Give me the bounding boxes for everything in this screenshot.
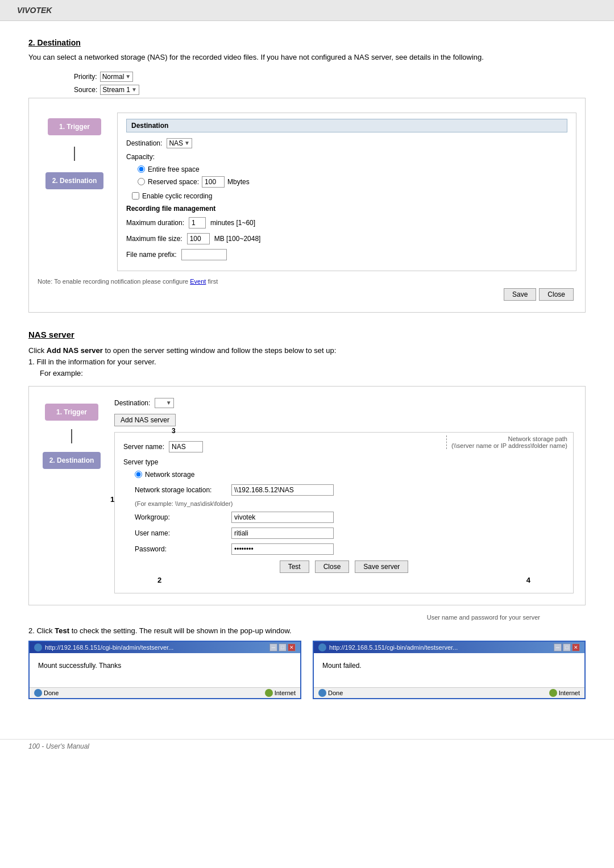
section1-title: 2. Destination — [28, 38, 586, 47]
capacity-label: Capacity: — [126, 153, 155, 161]
popup-windows: http://192.168.5.151/cgi-bin/admin/tests… — [28, 641, 586, 699]
popup-success-statusbar: Done Internet — [30, 687, 300, 698]
footer: 100 - User's Manual — [0, 739, 614, 753]
source-label: Source: — [74, 86, 97, 94]
priority-arrow-icon: ▼ — [125, 73, 131, 80]
capacity-radio-group: Entire free space Reserved space: Mbytes — [138, 165, 567, 188]
popup-success-titlebar: http://192.168.5.151/cgi-bin/admin/tests… — [30, 642, 300, 653]
ns-location-label: Network storage location: — [135, 486, 226, 494]
ie-icon-fail — [318, 643, 326, 651]
ie-icon-status-success — [34, 689, 42, 697]
nas-dest-row: Destination: ▼ — [114, 398, 574, 408]
popup-success-message: Mount successfully. Thanks — [38, 662, 121, 670]
max-duration-input[interactable] — [189, 217, 206, 229]
test-button[interactable]: Test — [280, 560, 309, 573]
file-prefix-row: File name prefix: — [126, 249, 567, 260]
popup-success: http://192.168.5.151/cgi-bin/admin/tests… — [28, 641, 301, 699]
save-button[interactable]: Save — [504, 288, 536, 301]
ns-example-text: (For example: \\my_nas\disk\folder) — [135, 500, 233, 507]
trigger-box1: 1. Trigger — [48, 118, 101, 135]
dest-field-select[interactable]: NAS ▼ — [167, 138, 192, 148]
priority-row: Priority: Normal ▼ — [74, 72, 586, 82]
network-storage-label: Network storage — [145, 471, 194, 479]
nas-close-button[interactable]: Close — [315, 560, 350, 573]
nas-server-form-panel: Destination: ▼ Add NAS server 3 — [111, 395, 576, 596]
network-storage-radio-row: Network storage — [135, 471, 565, 479]
done-status-success: Done — [34, 689, 59, 697]
nas-description: Click Add NAS server to open the server … — [28, 346, 586, 355]
left-panel2: 1. Trigger 2. Destination — [38, 395, 106, 596]
source-row: Source: Stream 1 ▼ — [74, 85, 586, 95]
source-select[interactable]: Stream 1 ▼ — [100, 85, 139, 95]
save-close-row: Save Close — [38, 285, 576, 304]
password-label: Password: — [135, 545, 226, 553]
step1-badge: 1 — [110, 495, 114, 504]
step2-badge: 2 — [157, 576, 161, 584]
nas-dest-arrow-icon: ▼ — [166, 400, 172, 406]
priority-select[interactable]: Normal ▼ — [100, 72, 134, 82]
destination-box2: 2. Destination — [43, 452, 101, 469]
nas-title: NAS server — [28, 330, 586, 339]
event-link[interactable]: Event — [190, 278, 206, 285]
destination-panel1: Destination Destination: NAS ▼ Capacity: — [117, 113, 576, 271]
popup-success-content: Mount successfully. Thanks — [30, 653, 300, 687]
network-storage-radio[interactable] — [135, 471, 142, 478]
section1-desc: You can select a networked storage (NAS)… — [28, 52, 586, 63]
cyclic-recording-row: Enable cyclic recording — [132, 192, 567, 200]
reserved-space-input[interactable] — [202, 176, 225, 188]
username-row: User name: — [135, 528, 565, 539]
entire-free-space-option: Entire free space — [138, 165, 567, 173]
reserved-unit: Mbytes — [227, 178, 250, 186]
reserved-space-radio[interactable] — [138, 178, 145, 185]
save-server-button[interactable]: Save server — [355, 560, 408, 573]
popup-fail-title: http://192.168.5.151/cgi-bin/admin/tests… — [329, 644, 458, 651]
entire-free-space-radio[interactable] — [138, 165, 145, 173]
form-buttons: Test Close Save server — [123, 560, 565, 573]
capacity-label-row: Capacity: — [126, 153, 567, 161]
add-nas-server-button[interactable]: Add NAS server — [114, 414, 176, 426]
destination-panel-title: Destination — [126, 119, 567, 132]
diagram2: 1. Trigger 2. Destination Destination: ▼ — [28, 386, 586, 605]
server-name-input[interactable] — [169, 441, 203, 452]
close-button-success[interactable]: ✕ — [288, 643, 296, 651]
popup-fail: http://192.168.5.151/cgi-bin/admin/tests… — [313, 641, 586, 699]
popup-fail-controls[interactable]: ─ □ ✕ — [554, 643, 580, 651]
popup-success-controls[interactable]: ─ □ ✕ — [269, 643, 296, 651]
close-button-fail[interactable]: ✕ — [572, 643, 580, 651]
max-filesize-row: Maximum file size: MB [100~2048] — [126, 233, 567, 244]
note-text: Note: To enable recording notification p… — [38, 278, 218, 285]
for-example: For example: — [40, 369, 586, 377]
popup-success-title: http://192.168.5.151/cgi-bin/admin/tests… — [45, 644, 173, 651]
diagram1: 1. Trigger 2. Destination Destination De… — [28, 98, 586, 313]
restore-button-fail[interactable]: □ — [563, 643, 571, 651]
file-prefix-input[interactable] — [181, 249, 227, 260]
destination-box1: 2. Destination — [45, 172, 104, 189]
nas-dest-select[interactable]: ▼ — [155, 398, 173, 408]
minimize-button-fail[interactable]: ─ — [554, 643, 562, 651]
diagram2-wrapper: 1. Trigger 2. Destination Destination: ▼ — [28, 386, 586, 621]
workgroup-input[interactable] — [231, 512, 334, 523]
username-input[interactable] — [231, 528, 334, 539]
server-type-label: Server type — [123, 458, 158, 466]
popup-fail-message: Mount failed. — [322, 662, 362, 670]
entire-free-space-label: Entire free space — [148, 165, 200, 173]
recording-mgmt-header: Recording file management — [126, 205, 567, 213]
dest-field-row: Destination: NAS ▼ — [126, 138, 567, 148]
max-filesize-input[interactable] — [187, 233, 210, 244]
step1-text: 1. Fill in the information for your serv… — [28, 358, 586, 366]
max-duration-unit: minutes [1~60] — [210, 219, 255, 227]
password-input[interactable] — [231, 543, 334, 555]
minimize-button-success[interactable]: ─ — [269, 643, 277, 651]
reserved-space-label: Reserved space: — [148, 178, 199, 186]
popup-fail-statusbar: Done Internet — [314, 687, 584, 698]
restore-button-success[interactable]: □ — [279, 643, 287, 651]
server-type-row: Server type — [123, 458, 565, 466]
server-name-label: Server name: — [123, 443, 164, 451]
test-bold: Test — [55, 626, 69, 635]
max-duration-row: Maximum duration: minutes [1~60] — [126, 217, 567, 229]
max-filesize-label: Maximum file size: — [126, 235, 182, 243]
cyclic-recording-checkbox[interactable] — [132, 192, 139, 200]
close-button[interactable]: Close — [539, 288, 574, 301]
ns-location-input[interactable] — [231, 484, 334, 496]
max-filesize-unit: MB [100~2048] — [214, 235, 261, 243]
